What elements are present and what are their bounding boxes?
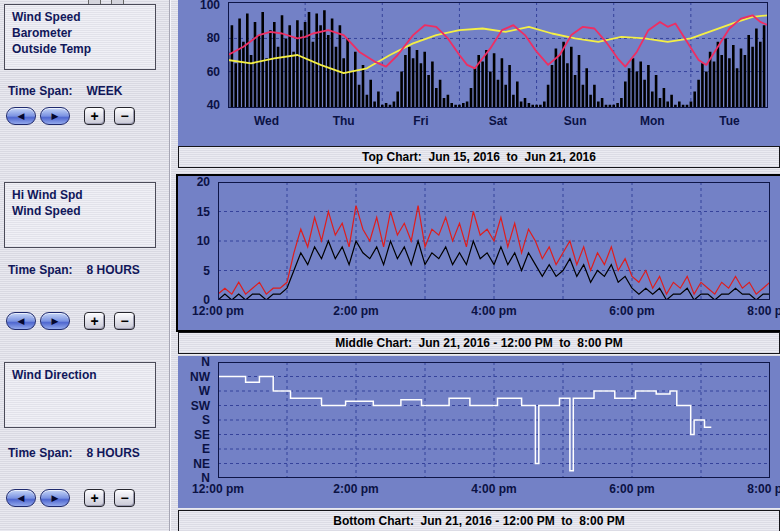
sidebar: Wind Speed Barometer Outside Temp Time S… [0,0,178,531]
left-arrow-icon: ◀ [18,112,25,121]
left-arrow-icon: ◀ [18,494,25,503]
y-tick-label: N [178,355,210,370]
time-span-label: Time Span: [8,263,72,277]
plus-icon: + [90,490,98,506]
top-chart-caption: Top Chart: Jun 15, 2016 to Jun 21, 2016 [178,146,780,168]
y-tick-label: 15 [178,205,210,220]
time-span-value: 8 HOURS [86,263,139,277]
charts-area: WedThuFriSatSunMonTue100806040 Top Chart… [178,0,780,531]
series-label: Outside Temp [12,41,155,57]
caption-text: Top Chart: Jun 15, 2016 to Jun 21, 2016 [362,150,596,164]
plus-icon: + [90,108,98,124]
x-tick-label: 6:00 pm [609,304,654,318]
scroll-right-button[interactable]: ▶ [40,312,70,330]
x-tick-label: 2:00 pm [333,304,378,318]
y-tick-label: SW [178,399,210,414]
minus-icon: − [120,313,128,329]
right-arrow-icon: ▶ [52,317,59,326]
top-chart-controls: Wind Speed Barometer Outside Temp Time S… [0,0,178,146]
plus-icon: + [90,313,98,329]
x-tick-label: Sat [489,114,508,128]
x-tick-label: 4:00 pm [471,482,516,496]
scroll-right-button[interactable]: ▶ [40,107,70,125]
middle-chart-caption: Middle Chart: Jun 21, 2016 - 12:00 PM to… [178,332,780,354]
x-tick-label: 6:00 pm [609,482,654,496]
scroll-left-button[interactable]: ◀ [6,489,36,507]
bottom-chart-buttons: ◀ ▶ + − [6,489,144,507]
series-label: Wind Speed [12,203,155,219]
scroll-left-button[interactable]: ◀ [6,107,36,125]
y-tick-label: 0 [178,293,210,308]
x-tick-label: Sun [564,114,587,128]
top-chart-buttons: ◀ ▶ + − [6,107,144,125]
zoom-out-button[interactable]: − [114,489,135,507]
time-span-label: Time Span: [8,84,72,98]
x-tick-label: Mon [640,114,665,128]
y-tick-label: 40 [178,98,220,113]
x-tick-label: Wed [254,114,279,128]
y-tick-label: 10 [178,234,210,249]
middle-chart-buttons: ◀ ▶ + − [6,312,144,330]
x-tick-label: 4:00 pm [471,304,516,318]
y-tick-label: S [178,413,210,428]
scroll-left-button[interactable]: ◀ [6,312,36,330]
y-tick-label: W [178,384,210,399]
y-tick-label: N [178,471,210,486]
top-chart-plot [228,2,768,108]
top-series-list[interactable]: Wind Speed Barometer Outside Temp [4,4,156,70]
right-arrow-icon: ▶ [52,494,59,503]
zoom-in-button[interactable]: + [84,312,105,330]
bottom-chart-plot [218,362,770,478]
middle-chart-plot [218,182,770,300]
x-tick-label: 2:00 pm [333,482,378,496]
middle-series-list[interactable]: Hi Wind Spd Wind Speed [4,182,156,248]
bottom-series-list[interactable]: Wind Direction [4,362,156,428]
y-tick-label: 100 [178,0,220,13]
right-arrow-icon: ▶ [52,112,59,121]
y-tick-label: NW [178,370,210,385]
time-span-row: Time Span:WEEK [8,84,122,98]
time-span-label: Time Span: [8,446,72,460]
series-label: Wind Speed [12,9,155,25]
minus-icon: − [120,108,128,124]
y-tick-label: E [178,442,210,457]
left-arrow-icon: ◀ [18,317,25,326]
y-tick-label: 5 [178,264,210,279]
bottom-chart-controls: Wind Direction Time Span:8 HOURS ◀ ▶ + − [0,356,178,531]
x-tick-label: Fri [413,114,428,128]
scroll-right-button[interactable]: ▶ [40,489,70,507]
zoom-out-button[interactable]: − [114,107,135,125]
time-span-row: Time Span:8 HOURS [8,446,140,460]
y-tick-label: 60 [178,65,220,80]
time-span-value: 8 HOURS [86,446,139,460]
y-tick-label: 80 [178,31,220,46]
series-label: Wind Direction [12,367,155,383]
y-tick-label: SE [178,428,210,443]
x-tick-label: Tue [719,114,739,128]
bottom-chart-caption: Bottom Chart: Jun 21, 2016 - 12:00 PM to… [178,510,780,531]
series-label: Hi Wind Spd [12,187,155,203]
time-span-row: Time Span:8 HOURS [8,263,140,277]
middle-chart-panel[interactable]: 12:00 pm2:00 pm4:00 pm6:00 pm8:00 pm2015… [178,176,780,330]
zoom-in-button[interactable]: + [84,107,105,125]
caption-text: Bottom Chart: Jun 21, 2016 - 12:00 PM to… [333,514,624,528]
bottom-chart-panel[interactable]: 12:00 pm2:00 pm4:00 pm6:00 pm8:00 pmNNWW… [178,356,780,508]
caption-text: Middle Chart: Jun 21, 2016 - 12:00 PM to… [335,336,622,350]
series-label: Barometer [12,25,155,41]
middle-chart-controls: Hi Wind Spd Wind Speed Time Span:8 HOURS… [0,176,178,330]
x-tick-label: 8:00 pm [747,304,780,318]
minus-icon: − [120,490,128,506]
y-tick-label: NE [178,457,210,472]
top-chart-panel[interactable]: WedThuFriSatSunMonTue100806040 [178,0,780,146]
y-tick-label: 20 [178,175,210,190]
x-tick-label: 8:00 pm [747,482,780,496]
zoom-out-button[interactable]: − [114,312,135,330]
time-span-value: WEEK [86,84,122,98]
x-tick-label: Thu [333,114,355,128]
zoom-in-button[interactable]: + [84,489,105,507]
